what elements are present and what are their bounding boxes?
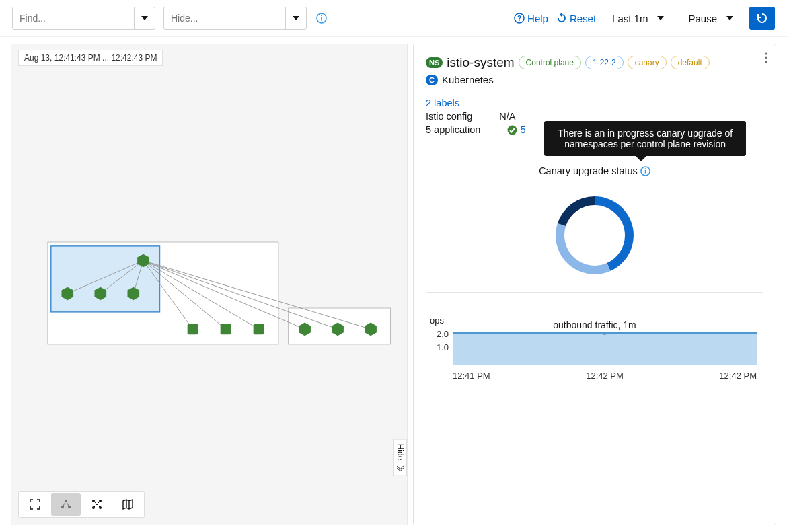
istio-config-value: N/A [499, 111, 515, 122]
svg-rect-43 [645, 170, 646, 174]
time-range-dropdown[interactable]: Last 1m [604, 9, 672, 28]
ops-label: ops [430, 315, 444, 326]
y-axis-labels: 2.0 1.0 [427, 329, 449, 356]
hide-input[interactable] [164, 9, 285, 28]
x-tick: 12:42 PM [719, 371, 757, 381]
y-tick: 1.0 [427, 342, 449, 356]
donut-chart [548, 188, 642, 282]
svg-rect-24 [188, 324, 198, 335]
svg-text:?: ? [517, 15, 521, 22]
pill-control-plane: Control plane [519, 56, 581, 69]
svg-line-31 [66, 501, 69, 507]
hide-dropdown[interactable] [163, 7, 307, 30]
panel-header: NS istio-system Control plane 1-22-2 can… [426, 55, 763, 70]
traffic-section: outbound traffic, 1m ops 2.0 1.0 12:41 P… [426, 319, 763, 392]
svg-point-40 [765, 61, 767, 63]
application-value[interactable]: 5 [520, 124, 525, 135]
reset-label: Reset [570, 13, 596, 24]
istio-config-label: Istio config [426, 111, 472, 122]
svg-rect-25 [221, 324, 231, 335]
pause-dropdown[interactable]: Pause [680, 9, 741, 28]
hide-tab-label: Hide [396, 444, 405, 461]
svg-rect-26 [254, 324, 264, 335]
info-icon[interactable] [316, 13, 327, 24]
cluster-badge: C [426, 75, 438, 85]
divider [426, 292, 763, 293]
map-button[interactable] [113, 493, 143, 516]
fit-screen-button[interactable] [20, 493, 50, 516]
find-input[interactable] [13, 9, 134, 28]
graph-node[interactable] [188, 324, 198, 335]
main: Aug 13, 12:41:43 PM ... 12:42:43 PM [0, 37, 787, 532]
find-caret[interactable] [134, 7, 155, 29]
svg-point-38 [765, 52, 767, 54]
svg-rect-44 [645, 168, 646, 169]
panel-subheader: C Kubernetes [426, 74, 763, 85]
svg-point-41 [508, 125, 517, 135]
cluster-name: Kubernetes [442, 74, 494, 85]
svg-rect-1 [321, 17, 322, 21]
graph-node[interactable] [254, 324, 264, 335]
time-range-label: Last 1m [612, 13, 648, 24]
refresh-button[interactable] [749, 7, 775, 30]
find-dropdown[interactable] [12, 7, 155, 30]
tooltip: There is an in progress canary upgrade o… [544, 121, 746, 156]
x-tick: 12:42 PM [586, 371, 624, 381]
canary-title-text: Canary upgrade status [539, 165, 638, 176]
labels-link[interactable]: 2 labels [426, 98, 763, 108]
pill-version: 1-22-2 [585, 56, 624, 69]
x-tick: 12:41 PM [453, 371, 490, 381]
svg-rect-45 [453, 333, 757, 365]
pill-canary: canary [628, 56, 667, 69]
pause-label: Pause [688, 13, 717, 24]
reset-link[interactable]: Reset [556, 13, 596, 24]
hide-panel-tab[interactable]: Hide [394, 439, 407, 476]
svg-line-30 [63, 501, 66, 507]
pill-default: default [671, 56, 710, 69]
hide-caret[interactable] [285, 7, 306, 29]
canary-section: Canary upgrade status There is an in pro… [426, 152, 763, 282]
traffic-title: outbound traffic, 1m [426, 319, 763, 330]
graph-canvas[interactable] [11, 44, 407, 512]
svg-rect-2 [321, 15, 322, 17]
panel-title: istio-system [447, 55, 514, 70]
help-label: Help [527, 13, 548, 24]
graph-node[interactable] [221, 324, 231, 335]
canary-title-row: Canary upgrade status There is an in pro… [539, 165, 650, 176]
layout-1-button[interactable] [51, 493, 81, 516]
graph-toolbar [18, 491, 145, 518]
toolbar: ? Help Reset Last 1m Pause [0, 0, 787, 37]
ns-badge: NS [426, 57, 443, 68]
svg-point-39 [765, 56, 767, 59]
layout-2-button[interactable] [82, 493, 112, 516]
kebab-menu[interactable] [765, 52, 767, 63]
y-tick: 2.0 [427, 329, 449, 342]
info-icon[interactable] [640, 166, 650, 176]
traffic-chart: ops 2.0 1.0 12:41 PM 12:42 PM 12:42 PM [453, 332, 757, 392]
graph-pane[interactable]: Aug 13, 12:41:43 PM ... 12:42:43 PM [11, 44, 408, 525]
application-label: 5 application [426, 124, 480, 135]
help-link[interactable]: ? Help [514, 13, 548, 24]
x-axis-labels: 12:41 PM 12:42 PM 12:42 PM [453, 371, 757, 381]
check-circle-icon [507, 125, 517, 135]
side-panel: NS istio-system Control plane 1-22-2 can… [413, 44, 776, 525]
